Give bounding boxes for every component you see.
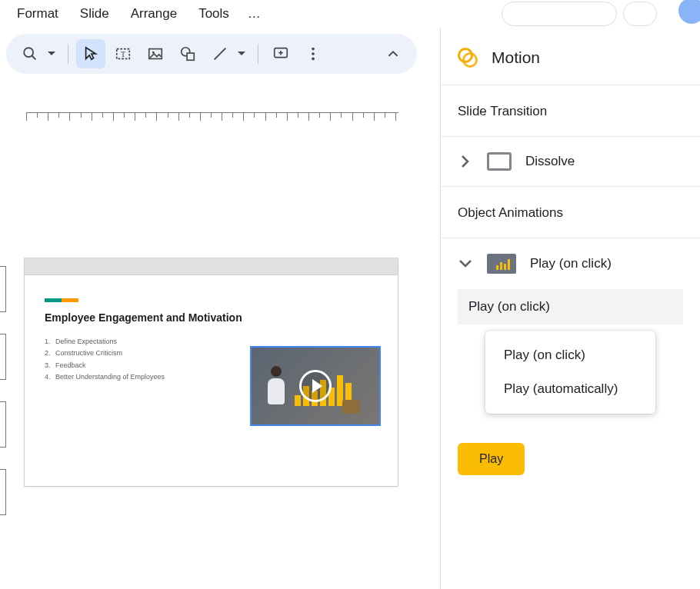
cursor-icon: [82, 45, 99, 62]
select-tool[interactable]: [76, 39, 105, 68]
comment-tool[interactable]: [266, 39, 295, 68]
section-slide-transition: Slide Transition: [441, 85, 700, 137]
video-person-icon: [265, 366, 287, 417]
animation-dropdown: Play (on click) Play (on click) Play (au…: [458, 289, 683, 324]
canvas-area: T: [0, 28, 440, 589]
dropdown-option-automatic[interactable]: Play (automatically): [485, 372, 655, 406]
shape-icon: [179, 45, 196, 62]
slide-nav-stubs: [0, 266, 6, 537]
present-pill[interactable]: [623, 2, 657, 26]
menu-more[interactable]: …: [240, 3, 268, 25]
slide-accent-bar: [45, 298, 78, 302]
slide-nav-stub[interactable]: [0, 469, 6, 515]
video-briefcase-icon: [342, 400, 359, 414]
zoom-tool[interactable]: [15, 39, 45, 68]
menu-slide[interactable]: Slide: [69, 3, 120, 25]
ruler: [26, 112, 398, 125]
zoom-icon: [22, 45, 38, 62]
textbox-icon: T: [115, 45, 132, 62]
svg-point-0: [24, 48, 33, 57]
image-tool[interactable]: [141, 39, 170, 68]
zoom-dropdown-caret[interactable]: [46, 52, 57, 56]
chevron-up-icon: [385, 45, 402, 62]
svg-rect-7: [187, 53, 194, 60]
svg-point-13: [312, 52, 315, 55]
toolbar: T: [6, 34, 417, 74]
comment-icon: [272, 45, 289, 62]
slide-thumb-icon: [487, 152, 512, 171]
svg-line-1: [32, 56, 36, 60]
line-tool[interactable]: [205, 39, 235, 68]
menu-arrange[interactable]: Arrange: [120, 3, 188, 25]
collapse-toolbar[interactable]: [378, 39, 408, 68]
menubar: Format Slide Arrange Tools …: [0, 0, 700, 28]
animation-label: Play (on click): [530, 256, 612, 271]
textbox-tool[interactable]: T: [108, 39, 138, 68]
svg-point-12: [312, 48, 315, 51]
shape-tool[interactable]: [173, 39, 202, 68]
caret-down-icon: [238, 52, 245, 56]
play-button[interactable]: Play: [458, 443, 525, 475]
slide-topbar: [25, 258, 398, 275]
line-dropdown-caret[interactable]: [236, 52, 247, 56]
svg-text:T: T: [121, 50, 125, 58]
slide-title: Employee Engagement and Motivation: [45, 311, 378, 324]
share-pill[interactable]: [502, 2, 617, 26]
avatar[interactable]: [678, 0, 700, 24]
chevron-down-icon: [458, 256, 473, 271]
slide-nav-stub[interactable]: [0, 401, 6, 448]
svg-point-14: [312, 58, 315, 61]
animation-thumb-icon: [487, 254, 516, 274]
slide-canvas[interactable]: Employee Engagement and Motivation Defin…: [25, 258, 398, 486]
transition-row[interactable]: Dissolve: [441, 137, 700, 187]
play-overlay-icon: [299, 370, 332, 402]
animation-dropdown-trigger[interactable]: Play (on click): [458, 289, 683, 324]
more-tool[interactable]: [298, 39, 328, 68]
panel-title: Motion: [492, 48, 540, 67]
panel-header: Motion: [441, 28, 700, 85]
slide-video-object[interactable]: [250, 346, 381, 426]
motion-icon: [458, 48, 478, 68]
slide-nav-stub[interactable]: [0, 334, 6, 380]
chevron-right-icon: [458, 154, 473, 169]
line-icon: [212, 45, 228, 62]
animation-row[interactable]: Play (on click): [441, 238, 700, 289]
dropdown-option-onclick[interactable]: Play (on click): [485, 338, 655, 372]
transition-label: Dissolve: [525, 154, 575, 169]
menu-format[interactable]: Format: [6, 3, 69, 25]
section-object-animations: Object Animations: [441, 187, 700, 238]
menu-tools[interactable]: Tools: [188, 3, 240, 25]
toolbar-separator: [68, 44, 68, 64]
slide-body: Employee Engagement and Motivation Defin…: [25, 275, 398, 486]
slide-nav-stub[interactable]: [0, 266, 6, 312]
caret-down-icon: [48, 52, 55, 56]
svg-line-8: [215, 48, 226, 60]
animation-dropdown-menu: Play (on click) Play (automatically): [485, 331, 655, 414]
toolbar-separator: [258, 44, 258, 64]
more-vert-icon: [305, 45, 322, 62]
image-icon: [147, 45, 164, 62]
motion-panel: Motion Slide Transition Dissolve Object …: [440, 28, 700, 589]
